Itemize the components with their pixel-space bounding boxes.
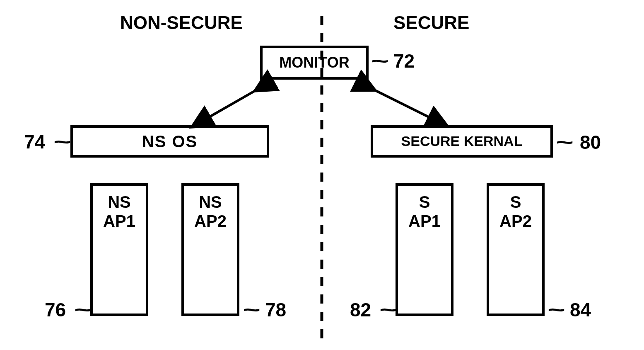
box-secure-kernal: SECURE KERNAL [371, 125, 553, 158]
tilde-icon: ~ [371, 50, 389, 72]
header-secure: SECURE [393, 12, 469, 33]
ref-72: 72 [393, 50, 415, 72]
ns-ap1-line2: AP1 [103, 211, 135, 231]
tilde-icon: ~ [243, 299, 260, 321]
tilde-icon: ~ [548, 299, 565, 321]
box-secure-kernal-label: SECURE KERNAL [401, 133, 523, 149]
ref-76: 76 [45, 299, 66, 321]
ns-ap2-line2: AP2 [194, 211, 227, 231]
svg-line-2 [364, 85, 437, 121]
s-ap1-line1: S [408, 192, 441, 211]
box-ns-os: NS OS [70, 125, 269, 158]
box-s-ap1: S AP1 [396, 183, 453, 316]
box-ns-ap2: NS AP2 [181, 183, 239, 316]
tilde-icon: ~ [379, 299, 397, 321]
ref-80: 80 [580, 131, 601, 153]
ns-ap1-line1: NS [103, 192, 135, 211]
s-ap2-line2: AP2 [499, 211, 532, 231]
tilde-icon: ~ [556, 131, 574, 153]
svg-line-1 [202, 85, 265, 121]
ns-ap2-line1: NS [194, 192, 227, 211]
tilde-icon: ~ [53, 131, 71, 153]
box-s-ap2: S AP2 [487, 183, 545, 316]
box-ns-os-label: NS OS [142, 132, 198, 151]
ref-74: 74 [24, 131, 45, 153]
ref-82: 82 [350, 299, 371, 321]
ref-78: 78 [265, 299, 286, 321]
box-monitor-label: MONITOR [279, 54, 349, 71]
box-monitor: MONITOR [260, 46, 369, 80]
s-ap2-line1: S [499, 192, 532, 211]
tilde-icon: ~ [74, 299, 92, 321]
box-ns-ap1: NS AP1 [90, 183, 148, 316]
header-non-secure: NON-SECURE [120, 12, 243, 33]
ref-84: 84 [570, 299, 591, 321]
s-ap1-line2: AP1 [408, 211, 441, 231]
diagram-stage: NON-SECURE SECURE MONITOR NS OS SECURE K… [0, 0, 644, 350]
